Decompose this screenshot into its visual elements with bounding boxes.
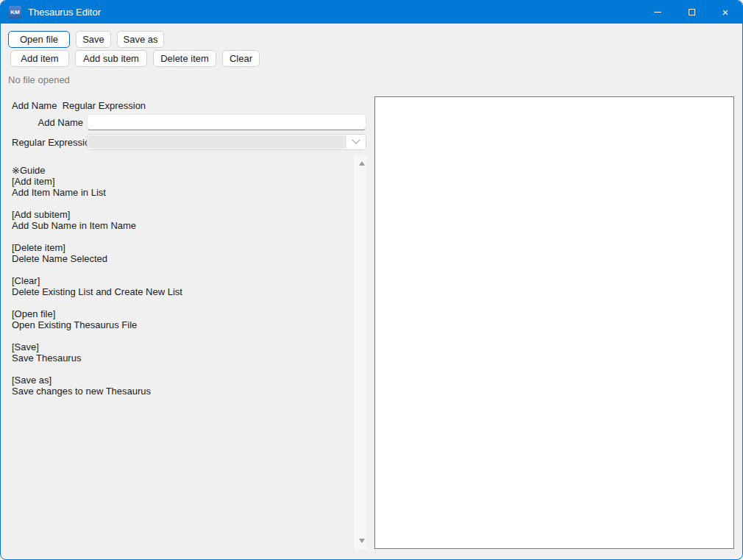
window-title: Thesaurus Editor: [28, 7, 101, 18]
guide-line: Delete Existing List and Create New List: [12, 286, 351, 297]
form-header: Add Name Regular Expression: [12, 100, 146, 111]
add-name-input[interactable]: [87, 114, 366, 130]
guide-line: [12, 231, 351, 242]
guide-line: Add Sub Name in Item Name: [12, 220, 351, 231]
guide-line: ※Guide: [12, 165, 351, 176]
add-name-row: Add Name: [12, 114, 366, 130]
chevron-down-icon: [352, 136, 360, 144]
scrollbar-up-button[interactable]: [355, 157, 368, 169]
window-controls: ×: [641, 1, 742, 24]
minimize-icon: [654, 12, 661, 13]
maximize-icon: [689, 9, 695, 15]
combobox-dropdown-button[interactable]: [346, 135, 366, 149]
guide-panel: ※Guide[Add item]Add Item Name in List[Ad…: [7, 155, 367, 550]
guide-line: Open Existing Thesaurus File: [12, 319, 351, 330]
guide-line: [Clear]: [12, 275, 351, 286]
minimize-button[interactable]: [641, 1, 675, 24]
guide-line: [12, 264, 351, 275]
guide-line: Save Thesaurus: [12, 352, 351, 364]
titlebar: KM Thesaurus Editor ×: [1, 1, 742, 24]
guide-scrollbar[interactable]: [355, 155, 367, 550]
guide-line: [Delete item]: [12, 242, 351, 253]
close-button[interactable]: ×: [708, 1, 742, 24]
status-text: No file opened: [8, 74, 70, 85]
guide-line: [12, 330, 351, 341]
regular-expression-row: Regular Expression: [12, 134, 366, 150]
guide-line: [Open file]: [12, 308, 351, 319]
guide-line: [Add item]: [12, 176, 351, 187]
app-icon: KM: [9, 6, 21, 18]
add-item-button[interactable]: Add item: [10, 50, 69, 67]
regular-expression-label: Regular Expression: [12, 137, 87, 148]
toolbar-file-row: Open file Save Save as: [8, 31, 164, 48]
close-icon: ×: [722, 7, 729, 18]
add-sub-item-button[interactable]: Add sub item: [75, 50, 147, 67]
save-as-button[interactable]: Save as: [117, 31, 164, 48]
guide-line: [12, 297, 351, 308]
maximize-button[interactable]: [675, 1, 708, 24]
delete-item-button[interactable]: Delete item: [153, 50, 216, 67]
guide-text: ※Guide[Add item]Add Item Name in List[Ad…: [12, 165, 351, 397]
combobox-value-area: [88, 135, 346, 149]
guide-line: [12, 198, 351, 209]
guide-line: Add Item Name in List: [12, 187, 351, 198]
open-file-button[interactable]: Open file: [8, 31, 70, 48]
guide-line: [12, 364, 351, 375]
add-name-label: Add Name: [12, 117, 87, 128]
scrollbar-down-button[interactable]: [355, 534, 368, 547]
regular-expression-combobox[interactable]: [87, 134, 366, 150]
guide-line: [Save]: [12, 341, 351, 352]
thesaurus-tree-panel[interactable]: [374, 96, 734, 549]
toolbar-edit-row: Add item Add sub item Delete item Clear: [10, 50, 260, 67]
arrow-up-icon: [359, 161, 365, 166]
save-button[interactable]: Save: [76, 31, 111, 48]
clear-button[interactable]: Clear: [222, 50, 260, 67]
guide-line: [Save as]: [12, 375, 351, 386]
guide-line: Delete Name Selected: [12, 253, 351, 264]
guide-line: [Add subitem]: [12, 209, 351, 220]
thesaurus-editor-window: KM Thesaurus Editor × Open file Save Sav…: [0, 0, 743, 560]
guide-line: Save changes to new Thesaurus: [12, 386, 351, 397]
arrow-down-icon: [359, 539, 365, 543]
